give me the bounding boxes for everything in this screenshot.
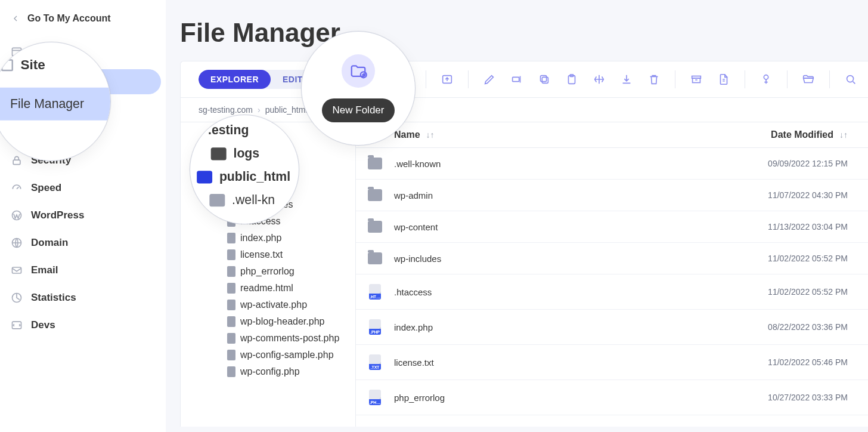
file-icon <box>227 300 235 310</box>
file-icon <box>227 283 235 294</box>
back-to-account-link[interactable]: Go To My Account <box>0 13 166 37</box>
tree-label: wp-blog-header.php <box>240 316 324 327</box>
chevron-right-icon: › <box>214 200 222 209</box>
toolbar-separator <box>745 70 745 88</box>
tree-item[interactable]: ›wp-includes <box>181 196 355 213</box>
breadcrumb-sub[interactable]: public_html <box>265 105 308 115</box>
tree-label: .htaccess <box>240 216 281 227</box>
tree-item[interactable]: ›.well-known <box>181 163 355 180</box>
search-icon[interactable] <box>844 73 857 86</box>
tree-item[interactable]: wp-comments-post.php <box>181 330 355 347</box>
tree-item[interactable]: index.php <box>181 230 355 246</box>
tree-item[interactable]: wp-blog-header.php <box>181 313 355 330</box>
tree-label: wp-comments-post.php <box>240 333 339 344</box>
file-row[interactable]: .HT….htaccess11/02/2022 05:52 PM <box>356 274 868 310</box>
chevron-right-icon: › <box>258 105 261 115</box>
file-name: wp-content <box>394 222 728 232</box>
file-icon: .PH… <box>369 390 381 405</box>
new-folder-icon[interactable] <box>398 73 411 86</box>
body-split: ›logspublic_html›.well-known›wp-content›… <box>181 122 868 427</box>
move-icon[interactable] <box>593 73 606 86</box>
tab-editor[interactable]: EDITOR <box>271 70 328 89</box>
tree-label: wp-config.php <box>240 366 300 377</box>
archive-icon[interactable] <box>690 73 703 86</box>
permissions-icon[interactable] <box>760 73 773 86</box>
nav-section-site[interactable]: Site <box>0 37 166 67</box>
upload-icon[interactable] <box>441 73 454 86</box>
delete-icon[interactable] <box>647 73 661 86</box>
file-row[interactable]: wp-includes11/02/2022 05:52 PM <box>356 243 868 274</box>
extract-icon[interactable] <box>717 73 730 86</box>
nav-group-email[interactable]: Email <box>0 257 166 284</box>
tree-item[interactable]: wp-activate.php <box>181 297 355 313</box>
nav-group-statistics[interactable]: Statistics <box>0 284 166 311</box>
svg-rect-1 <box>13 160 20 165</box>
file-tree: ›logspublic_html›.well-known›wp-content›… <box>181 122 356 427</box>
file-date: 09/09/2022 12:15 PM <box>728 159 848 168</box>
tree-label: php_errorlog <box>240 266 294 277</box>
edit-icon[interactable] <box>483 73 496 86</box>
tree-item[interactable]: readme.html <box>181 280 355 297</box>
toolbar <box>371 70 857 88</box>
file-name: wp-includes <box>394 254 728 264</box>
tab-pill: EXPLORER EDITOR <box>199 70 328 89</box>
file-row[interactable]: .PHPindex.php08/22/2022 03:36 PM <box>356 310 868 345</box>
breadcrumb-root[interactable]: sg-testing.com <box>199 105 253 115</box>
folder-icon <box>227 184 238 192</box>
sidebar: Go To My Account Site File Manager MySQL… <box>0 0 166 432</box>
tree-item[interactable]: php_errorlog <box>181 263 355 280</box>
file-date: 08/22/2022 03:36 PM <box>728 322 848 332</box>
folder-icon <box>210 134 221 142</box>
file-row[interactable]: .TXTlicense.txt11/02/2022 05:46 PM <box>356 345 868 380</box>
tree-item[interactable]: wp-config-sample.php <box>181 347 355 363</box>
tree-item[interactable]: public_html <box>181 146 355 163</box>
file-row[interactable]: wp-content11/13/2022 03:04 PM <box>356 211 868 243</box>
tree-label: logs <box>226 132 243 143</box>
lock-icon <box>11 155 23 166</box>
file-date: 11/13/2022 03:04 PM <box>728 222 848 232</box>
toolbar-separator <box>426 70 426 88</box>
tree-item[interactable]: license.txt <box>181 246 355 263</box>
tree-label: public_html <box>226 149 280 160</box>
nav-group-domain[interactable]: Domain <box>0 229 166 257</box>
nav-group-speed[interactable]: Speed <box>0 174 166 202</box>
folder-icon <box>227 167 238 175</box>
tree-item[interactable]: ›logs <box>181 129 355 146</box>
nav-item-postgresql[interactable]: PostgreSQL <box>0 122 166 147</box>
nav-item-mysql[interactable]: MySQL <box>0 97 166 122</box>
file-icon: .HT… <box>369 284 381 300</box>
copy-icon[interactable] <box>538 73 551 86</box>
main: File Manager EXPLORER EDITOR <box>166 0 868 432</box>
file-name: .htaccess <box>394 287 728 297</box>
column-name[interactable]: Name ↓↑ <box>356 129 728 140</box>
svg-point-17 <box>764 75 768 79</box>
download-icon[interactable] <box>620 73 633 86</box>
toolbar-separator <box>675 70 675 88</box>
tree-label: readme.html <box>240 283 293 294</box>
sort-icon: ↓↑ <box>426 130 435 140</box>
folder-icon <box>368 221 382 233</box>
tree-item[interactable]: ›wp-content <box>181 180 355 196</box>
tab-explorer[interactable]: EXPLORER <box>199 70 271 89</box>
nav-group-security[interactable]: Security <box>0 147 166 174</box>
nav-item-file-manager[interactable]: File Manager <box>5 69 161 94</box>
column-date[interactable]: Date Modified ↓↑ <box>728 129 848 140</box>
file-date: 11/07/2022 04:30 PM <box>728 190 848 200</box>
paste-icon[interactable] <box>565 73 578 86</box>
new-file-icon[interactable] <box>371 73 384 86</box>
nav-group-wordpress[interactable]: WordPress <box>0 202 166 229</box>
svg-rect-10 <box>513 77 519 81</box>
rename-icon[interactable] <box>510 73 523 86</box>
tree-item[interactable]: .htaccess <box>181 213 355 230</box>
tree-item[interactable]: wp-config.php <box>181 363 355 380</box>
folder-icon <box>368 189 382 201</box>
file-row[interactable]: .PH…php_errorlog10/27/2022 03:33 PM <box>356 380 868 415</box>
file-date: 11/02/2022 05:52 PM <box>728 287 848 297</box>
file-icon <box>227 350 235 360</box>
file-name: php_errorlog <box>394 393 728 403</box>
file-row[interactable]: .well-known09/09/2022 12:15 PM <box>356 148 868 180</box>
open-folder-icon[interactable] <box>802 73 815 86</box>
nav-group-devs[interactable]: Devs <box>0 311 166 339</box>
tree-label: wp-includes <box>243 199 293 210</box>
file-row[interactable]: wp-admin11/07/2022 04:30 PM <box>356 180 868 211</box>
